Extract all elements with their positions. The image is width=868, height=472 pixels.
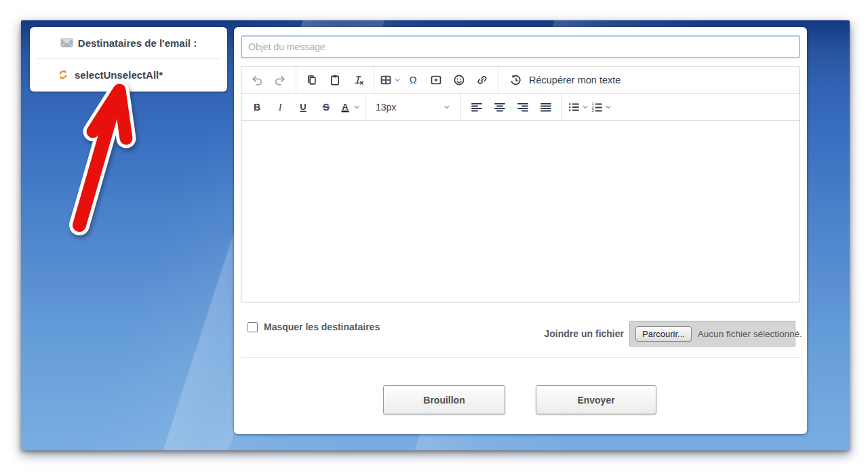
editor-toolbar-row-1: Ω	[241, 66, 800, 94]
redo-icon	[273, 73, 287, 87]
insert-media-button[interactable]	[425, 66, 448, 94]
italic-button[interactable]: I	[269, 94, 292, 121]
hide-recipients-checkbox[interactable]	[248, 322, 258, 332]
bold-icon: B	[250, 100, 264, 114]
align-center-icon	[493, 100, 507, 114]
divider	[241, 357, 800, 358]
strikethrough-button[interactable]: S	[315, 94, 338, 121]
remove-format-button[interactable]	[347, 66, 370, 94]
strikethrough-icon: S	[319, 100, 333, 114]
send-button[interactable]: Envoyer	[536, 385, 656, 414]
remove-format-icon	[351, 73, 365, 87]
emoji-icon	[452, 73, 466, 87]
align-left-icon	[470, 100, 484, 114]
attach-file-label: Joindre un fichier	[545, 328, 624, 339]
recipients-panel-title: Destinataires de l'email :	[78, 37, 197, 49]
copy-button[interactable]	[300, 66, 323, 94]
insert-media-icon	[429, 73, 443, 87]
file-input[interactable]: Parcourir... Aucun fichier sélectionné.	[629, 321, 795, 347]
screenshot-root: Destinataires de l'email : selectUnselec…	[0, 0, 868, 472]
chevron-down-icon	[353, 104, 360, 111]
italic-icon: I	[273, 100, 287, 114]
svg-text:B: B	[254, 101, 260, 112]
history-icon	[509, 73, 523, 87]
toolbar-separator	[365, 94, 366, 120]
svg-text:A: A	[342, 101, 349, 111]
sync-icon	[57, 68, 69, 81]
editor-body[interactable]	[241, 121, 800, 302]
insert-table-icon	[379, 73, 393, 87]
recipient-list-item[interactable]: selectUnselectAll*	[30, 59, 227, 90]
align-right-button[interactable]	[511, 94, 534, 121]
toolbar-separator	[374, 66, 374, 93]
align-center-button[interactable]	[488, 94, 511, 121]
recover-text-label: Récupérer mon texte	[529, 75, 620, 85]
undo-button[interactable]	[245, 66, 269, 94]
editor-toolbar-row-2: B I U S	[241, 94, 800, 121]
copy-icon	[305, 73, 319, 87]
emoji-button[interactable]	[448, 66, 471, 94]
svg-text:U: U	[300, 101, 306, 111]
recipient-list-item-label: selectUnselectAll*	[75, 69, 163, 81]
special-character-icon: Ω	[406, 73, 420, 87]
compose-panel: Ω	[234, 27, 807, 434]
envelope-icon	[60, 38, 73, 47]
toolbar-separator	[498, 66, 498, 93]
link-button[interactable]	[471, 66, 494, 94]
chevron-down-icon	[394, 77, 401, 83]
hide-recipients-option: Masquer les destinataires	[248, 321, 380, 332]
bulleted-list-button[interactable]	[566, 94, 589, 121]
svg-text:Ω: Ω	[409, 74, 416, 85]
no-file-selected-text: Aucun fichier sélectionné.	[698, 329, 802, 339]
svg-text:I: I	[278, 102, 283, 112]
hide-recipients-label[interactable]: Masquer les destinataires	[264, 321, 380, 332]
underline-icon: U	[296, 100, 310, 114]
browse-button[interactable]: Parcourir...	[635, 326, 692, 342]
numbered-list-button[interactable]: 1 2 3	[589, 94, 612, 121]
redo-button[interactable]	[269, 66, 292, 94]
recipients-panel-header: Destinataires de l'email :	[30, 27, 227, 58]
svg-text:3: 3	[592, 109, 595, 113]
align-left-button[interactable]	[465, 94, 488, 121]
font-color-button[interactable]: A	[338, 94, 361, 121]
paste-button[interactable]	[323, 66, 347, 94]
subject-input[interactable]	[241, 35, 800, 58]
align-right-icon	[516, 100, 530, 114]
bold-button[interactable]: B	[245, 94, 269, 121]
recover-text-button[interactable]: Récupérer mon texte	[502, 66, 627, 94]
toolbar-separator	[296, 66, 296, 93]
undo-icon	[250, 73, 264, 87]
chevron-down-icon	[443, 104, 450, 111]
font-color-icon: A	[338, 100, 352, 114]
link-icon	[475, 73, 489, 87]
chevron-down-icon	[582, 104, 589, 111]
recipients-panel: Destinataires de l'email : selectUnselec…	[30, 27, 227, 92]
underline-button[interactable]: U	[292, 94, 315, 121]
attach-file-section: Joindre un fichier Parcourir... Aucun fi…	[545, 321, 795, 347]
font-size-dropdown[interactable]: 13px	[370, 94, 456, 121]
font-size-value: 13px	[376, 102, 396, 113]
bulleted-list-icon	[567, 100, 580, 114]
numbered-list-icon: 1 2 3	[590, 100, 604, 114]
align-justify-button[interactable]	[534, 94, 557, 121]
insert-table-button[interactable]	[378, 66, 401, 94]
chevron-down-icon	[605, 104, 612, 111]
special-character-button[interactable]: Ω	[401, 66, 425, 94]
draft-button[interactable]: Brouillon	[383, 385, 505, 414]
paste-icon	[328, 73, 342, 87]
rich-text-editor: Ω	[241, 66, 800, 302]
toolbar-separator	[561, 94, 562, 120]
toolbar-separator	[460, 94, 461, 120]
align-justify-icon	[539, 100, 553, 114]
